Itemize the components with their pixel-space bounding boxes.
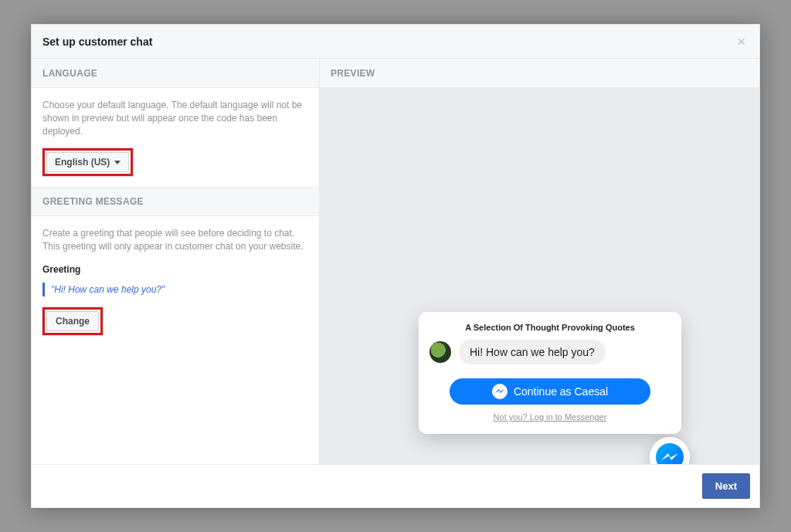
- quote-indicator: [42, 283, 45, 296]
- chevron-down-icon: [114, 161, 121, 164]
- customer-chat-setup-dialog: Set up customer chat × LANGUAGE PREVIEW …: [31, 24, 760, 508]
- annotation-highlight-change: Change: [42, 307, 103, 335]
- language-block: Choose your default language. The defaul…: [32, 88, 319, 187]
- preview-section-heading: PREVIEW: [320, 59, 759, 88]
- greeting-row: Hi! How can we help you?: [429, 340, 670, 364]
- dialog-header: Set up customer chat ×: [32, 25, 759, 59]
- preview-canvas: A Selection Of Thought Provoking Quotes …: [320, 88, 759, 464]
- dialog-title: Set up customer chat: [42, 36, 152, 48]
- language-description: Choose your default language. The defaul…: [42, 99, 308, 137]
- greeting-description: Create a greeting that people will see b…: [42, 227, 308, 253]
- page-avatar-icon: [429, 341, 451, 363]
- messenger-icon: [656, 443, 684, 464]
- dialog-footer: Next: [32, 464, 759, 507]
- dialog-body: LANGUAGE PREVIEW Choose your default lan…: [32, 59, 759, 464]
- language-dropdown-label: English (US): [55, 157, 110, 168]
- page-name: A Selection Of Thought Provoking Quotes: [429, 323, 670, 332]
- greeting-bubble: Hi! How can we help you?: [459, 340, 606, 364]
- language-section-heading: LANGUAGE: [32, 59, 320, 88]
- preview-column: A Selection Of Thought Provoking Quotes …: [320, 88, 759, 464]
- greeting-block: Create a greeting that people will see b…: [32, 216, 319, 346]
- greeting-label: Greeting: [42, 264, 308, 275]
- annotation-highlight-language: English (US): [42, 148, 133, 176]
- messenger-icon: [492, 384, 508, 399]
- language-dropdown[interactable]: English (US): [46, 152, 129, 172]
- login-messenger-link[interactable]: Not you? Log in to Messenger: [429, 412, 670, 422]
- greeting-quote-row: "Hi! How can we help you?": [42, 283, 308, 296]
- chat-preview-card: A Selection Of Thought Provoking Quotes …: [419, 312, 681, 434]
- settings-column: Choose your default language. The defaul…: [32, 88, 320, 464]
- next-button[interactable]: Next: [702, 473, 750, 499]
- change-greeting-button[interactable]: Change: [46, 311, 99, 331]
- greeting-quote-text: "Hi! How can we help you?": [51, 284, 165, 295]
- close-icon[interactable]: ×: [734, 32, 749, 52]
- continue-as-label: Continue as Caesal: [514, 385, 608, 398]
- messenger-fab-button[interactable]: [650, 437, 690, 464]
- continue-as-button[interactable]: Continue as Caesal: [450, 378, 650, 405]
- greeting-section-heading: GREETING MESSAGE: [32, 187, 319, 216]
